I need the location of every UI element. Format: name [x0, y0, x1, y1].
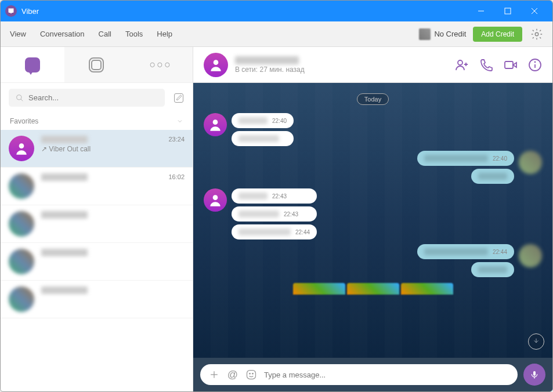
message-bubble[interactable]: …22:43 — [232, 188, 317, 204]
message-avatar — [204, 113, 227, 136]
svg-rect-1 — [505, 8, 511, 14]
message-row: …22:44… — [204, 244, 542, 277]
chat-list-item[interactable] — [1, 205, 193, 243]
settings-icon[interactable] — [530, 28, 543, 41]
svg-marker-12 — [513, 63, 516, 67]
message-text: … — [238, 210, 279, 217]
svg-line-6 — [21, 99, 23, 101]
mention-icon[interactable]: @ — [227, 369, 238, 380]
chat-list-item[interactable]: ↗ Viber Out call23:24 — [1, 130, 193, 168]
svg-rect-24 — [533, 371, 536, 376]
chat-list-item[interactable] — [1, 281, 193, 318]
message-avatar — [519, 244, 542, 267]
svg-point-10 — [458, 60, 462, 65]
tab-discover[interactable] — [64, 47, 128, 82]
chat-item-name — [41, 249, 88, 256]
chat-area: В сети: 27 мин. назад Today …22:40……22:4… — [193, 47, 552, 391]
search-box[interactable] — [9, 89, 165, 107]
maximize-button[interactable] — [494, 1, 521, 21]
info-icon[interactable] — [528, 58, 542, 72]
voice-call-icon[interactable] — [479, 58, 493, 72]
credit-label: No Credit — [434, 30, 466, 38]
message-bubble[interactable]: … — [232, 131, 294, 146]
message-bubble[interactable]: …22:44 — [417, 244, 514, 259]
message-text: … — [238, 117, 268, 124]
chat-item-name — [41, 136, 88, 143]
chat-list-item[interactable] — [1, 243, 193, 281]
contact-status: В сети: 27 мин. назад — [235, 66, 455, 74]
svg-point-22 — [250, 373, 251, 375]
composer: @ — [193, 358, 552, 391]
message-row: …22:43…22:43…22:44 — [204, 188, 542, 239]
message-bubble[interactable]: …22:40 — [417, 151, 514, 166]
add-contact-icon[interactable] — [455, 58, 469, 72]
chat-item-time: 23:24 — [168, 136, 185, 161]
chat-list: ↗ Viber Out call23:2416:02 — [1, 130, 193, 391]
close-button[interactable] — [521, 1, 548, 21]
message-time: 22:40 — [493, 155, 507, 162]
sticker-icon[interactable] — [245, 369, 257, 380]
svg-point-5 — [17, 95, 21, 99]
window-title: Viber — [21, 7, 468, 16]
message-text: … — [478, 173, 507, 180]
scroll-down-button[interactable] — [528, 333, 544, 350]
sidebar: ○○○ Favorites ↗ Viber Out call23:2416:02 — [1, 47, 193, 391]
svg-rect-11 — [505, 61, 513, 68]
message-avatar — [204, 188, 227, 212]
message-text: … — [238, 193, 268, 199]
contact-avatar — [204, 53, 228, 77]
titlebar: Viber — [1, 1, 552, 21]
message-text: … — [424, 248, 488, 255]
chat-item-name — [41, 286, 88, 294]
chat-item-avatar — [9, 211, 34, 237]
message-avatar — [519, 151, 542, 174]
message-text: … — [238, 228, 291, 235]
attach-icon[interactable] — [208, 369, 220, 380]
chevron-down-icon — [176, 118, 183, 125]
contact-name — [235, 56, 299, 64]
menu-conversation[interactable]: Conversation — [40, 30, 85, 38]
compose-icon[interactable] — [173, 92, 185, 104]
chat-item-name — [41, 173, 88, 181]
svg-point-17 — [213, 195, 218, 200]
tab-chats[interactable] — [1, 47, 64, 82]
discover-icon — [89, 57, 104, 72]
menu-call[interactable]: Call — [99, 30, 111, 38]
video-call-icon[interactable] — [504, 58, 518, 72]
message-bubble[interactable]: …22:40 — [232, 113, 294, 128]
message-bubble[interactable]: …22:44 — [232, 224, 317, 239]
svg-point-23 — [252, 373, 254, 375]
message-input[interactable] — [264, 371, 509, 379]
chat-messages[interactable]: Today …22:40……22:40……22:43…22:43…22:44…2… — [193, 83, 552, 358]
minimize-button[interactable] — [468, 1, 494, 21]
menu-view[interactable]: View — [10, 30, 26, 38]
chat-list-item[interactable]: 16:02 — [1, 168, 193, 205]
more-icon: ○○○ — [150, 59, 172, 71]
menubar: View Conversation Call Tools Help No Cre… — [1, 21, 552, 47]
tab-more[interactable]: ○○○ — [129, 47, 193, 82]
message-bubble[interactable]: …22:43 — [232, 206, 317, 222]
message-time: 22:43 — [284, 211, 298, 217]
message-row: …22:40… — [204, 113, 542, 146]
add-credit-button[interactable]: Add Credit — [473, 27, 522, 42]
message-bubble[interactable]: … — [471, 262, 514, 277]
voice-message-button[interactable] — [523, 364, 545, 386]
menu-tools[interactable]: Tools — [125, 30, 143, 38]
message-text: … — [424, 155, 488, 162]
chat-item-preview: ↗ Viber Out call — [41, 145, 168, 153]
svg-point-15 — [535, 61, 536, 62]
message-time: 22:44 — [493, 249, 507, 255]
favorites-header[interactable]: Favorites — [1, 112, 193, 130]
message-time: 22:43 — [272, 193, 287, 199]
message-row: …22:40… — [204, 151, 542, 184]
viber-logo-icon — [5, 5, 17, 17]
search-input[interactable] — [28, 93, 158, 102]
svg-point-4 — [535, 32, 538, 36]
message-time: 22:40 — [272, 118, 287, 124]
svg-point-16 — [213, 119, 218, 125]
svg-point-9 — [214, 60, 219, 65]
message-bubble[interactable]: … — [471, 169, 514, 184]
menu-help[interactable]: Help — [157, 30, 172, 38]
chat-item-name — [41, 211, 88, 219]
chat-header: В сети: 27 мин. назад — [193, 47, 552, 83]
